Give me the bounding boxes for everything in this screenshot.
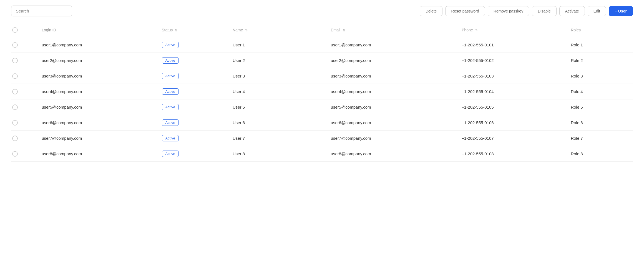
row-phone: +1-202-555-0105 <box>458 99 567 115</box>
row-status: Active <box>159 146 229 162</box>
row-loginid: user4@company.com <box>38 84 158 99</box>
table-row: user5@company.com Active User 5 user5@co… <box>11 99 633 115</box>
row-select-radio[interactable] <box>12 151 18 157</box>
row-email: user7@company.com <box>328 131 459 146</box>
row-phone: +1-202-555-0104 <box>458 84 567 99</box>
row-status: Active <box>159 37 229 53</box>
row-email: user8@company.com <box>328 146 459 162</box>
row-status: Active <box>159 99 229 115</box>
row-select-radio[interactable] <box>12 89 18 94</box>
row-select-radio[interactable] <box>12 73 18 79</box>
table-row: user2@company.com Active User 2 user2@co… <box>11 53 633 68</box>
add-user-button[interactable]: + User <box>609 6 633 16</box>
table-body: user1@company.com Active User 1 user1@co… <box>11 37 633 162</box>
row-loginid: user6@company.com <box>38 115 158 131</box>
remove-passkey-button[interactable]: Remove passkey <box>488 6 529 16</box>
table-row: user8@company.com Active User 8 user8@co… <box>11 146 633 162</box>
row-name: User 3 <box>229 68 328 84</box>
row-name: User 7 <box>229 131 328 146</box>
row-checkbox-cell <box>11 99 38 115</box>
row-loginid: user5@company.com <box>38 99 158 115</box>
row-name: User 6 <box>229 115 328 131</box>
row-checkbox-cell <box>11 115 38 131</box>
select-all-radio[interactable] <box>12 27 18 33</box>
row-loginid: user1@company.com <box>38 37 158 53</box>
row-phone: +1-202-555-0108 <box>458 146 567 162</box>
row-status: Active <box>159 115 229 131</box>
col-header-phone[interactable]: Phone ⇅ <box>458 22 567 37</box>
row-checkbox-cell <box>11 131 38 146</box>
table-row: user3@company.com Active User 3 user3@co… <box>11 68 633 84</box>
col-header-email[interactable]: Email ⇅ <box>328 22 459 37</box>
row-phone: +1-202-555-0107 <box>458 131 567 146</box>
row-email: user1@company.com <box>328 37 459 53</box>
row-email: user3@company.com <box>328 68 459 84</box>
search-wrapper <box>11 6 72 16</box>
row-roles: Role 7 <box>567 131 633 146</box>
row-roles: Role 5 <box>567 99 633 115</box>
search-input[interactable] <box>11 6 72 16</box>
row-checkbox-cell <box>11 68 38 84</box>
sort-name-icon: ⇅ <box>245 29 248 32</box>
row-loginid: user3@company.com <box>38 68 158 84</box>
row-select-radio[interactable] <box>12 136 18 141</box>
activate-button[interactable]: Activate <box>559 6 585 16</box>
row-name: User 5 <box>229 99 328 115</box>
user-table-container: Login ID Status ⇅ Name ⇅ Email ⇅ Phone ⇅ <box>0 22 644 162</box>
col-header-roles: Roles <box>567 22 633 37</box>
row-roles: Role 4 <box>567 84 633 99</box>
status-badge: Active <box>162 119 179 126</box>
col-header-name[interactable]: Name ⇅ <box>229 22 328 37</box>
row-loginid: user2@company.com <box>38 53 158 68</box>
sort-status-icon: ⇅ <box>175 29 177 32</box>
row-select-radio[interactable] <box>12 42 18 48</box>
edit-button[interactable]: Edit <box>588 6 606 16</box>
status-badge: Active <box>162 135 179 141</box>
col-header-status[interactable]: Status ⇅ <box>159 22 229 37</box>
status-badge: Active <box>162 57 179 64</box>
col-header-loginid: Login ID <box>38 22 158 37</box>
toolbar: Delete Reset password Remove passkey Dis… <box>0 0 644 22</box>
row-email: user4@company.com <box>328 84 459 99</box>
row-roles: Role 2 <box>567 53 633 68</box>
col-header-checkbox <box>11 22 38 37</box>
row-status: Active <box>159 131 229 146</box>
table-header: Login ID Status ⇅ Name ⇅ Email ⇅ Phone ⇅ <box>11 22 633 37</box>
status-badge: Active <box>162 42 179 48</box>
row-select-radio[interactable] <box>12 104 18 110</box>
row-email: user6@company.com <box>328 115 459 131</box>
row-phone: +1-202-555-0103 <box>458 68 567 84</box>
delete-button[interactable]: Delete <box>420 6 442 16</box>
row-status: Active <box>159 53 229 68</box>
row-name: User 2 <box>229 53 328 68</box>
user-table: Login ID Status ⇅ Name ⇅ Email ⇅ Phone ⇅ <box>11 22 633 162</box>
row-email: user2@company.com <box>328 53 459 68</box>
table-row: user1@company.com Active User 1 user1@co… <box>11 37 633 53</box>
row-select-radio[interactable] <box>12 120 18 126</box>
sort-phone-icon: ⇅ <box>475 29 478 32</box>
status-badge: Active <box>162 104 179 110</box>
row-loginid: user7@company.com <box>38 131 158 146</box>
row-select-radio[interactable] <box>12 58 18 63</box>
row-roles: Role 1 <box>567 37 633 53</box>
row-phone: +1-202-555-0101 <box>458 37 567 53</box>
row-roles: Role 8 <box>567 146 633 162</box>
table-row: user7@company.com Active User 7 user7@co… <box>11 131 633 146</box>
row-checkbox-cell <box>11 53 38 68</box>
reset-password-button[interactable]: Reset password <box>445 6 485 16</box>
row-name: User 4 <box>229 84 328 99</box>
status-badge: Active <box>162 88 179 95</box>
toolbar-actions: Delete Reset password Remove passkey Dis… <box>420 6 633 16</box>
row-checkbox-cell <box>11 37 38 53</box>
row-roles: Role 3 <box>567 68 633 84</box>
row-phone: +1-202-555-0106 <box>458 115 567 131</box>
sort-email-icon: ⇅ <box>343 29 345 32</box>
row-name: User 8 <box>229 146 328 162</box>
disable-button[interactable]: Disable <box>532 6 557 16</box>
row-checkbox-cell <box>11 84 38 99</box>
row-name: User 1 <box>229 37 328 53</box>
row-email: user5@company.com <box>328 99 459 115</box>
table-row: user6@company.com Active User 6 user6@co… <box>11 115 633 131</box>
row-checkbox-cell <box>11 146 38 162</box>
table-row: user4@company.com Active User 4 user4@co… <box>11 84 633 99</box>
